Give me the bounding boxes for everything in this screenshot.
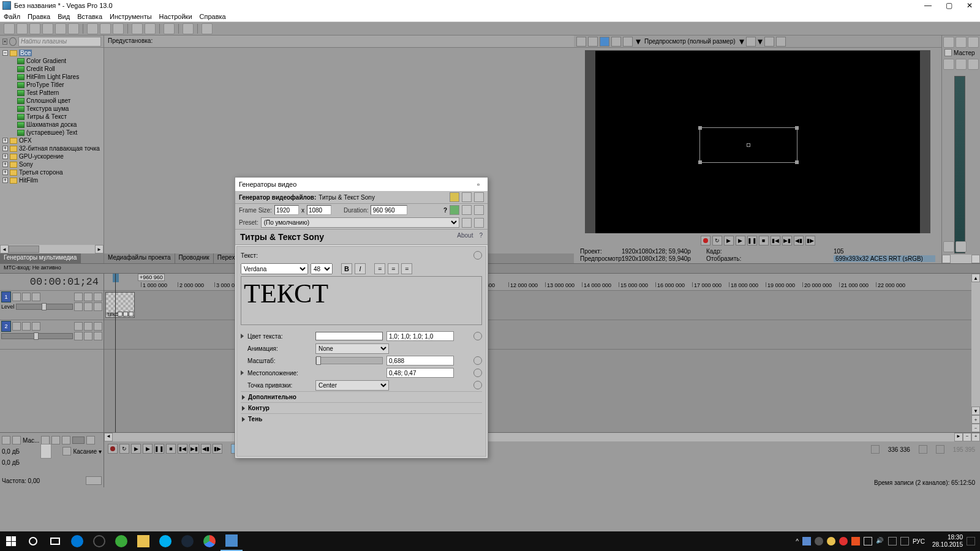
more-button[interactable] [94, 322, 102, 331]
collapse-icon[interactable]: − [2, 50, 8, 56]
render-button[interactable] [42, 23, 53, 34]
menu-view[interactable]: Вид [58, 13, 70, 20]
tree-folder[interactable]: Третья сторона [19, 169, 63, 176]
scale-slider[interactable] [315, 357, 383, 364]
utorrent-icon[interactable] [110, 531, 132, 551]
track-btn[interactable] [22, 322, 31, 331]
mixer-btn[interactable] [51, 436, 60, 444]
master-btn[interactable] [943, 241, 954, 252]
dialog-close-button[interactable]: ▫ [473, 179, 484, 190]
tab-generators[interactable]: Генераторы мультимедиа [0, 253, 81, 263]
master-btn[interactable] [968, 59, 979, 70]
expand-icon[interactable]: + [2, 154, 8, 159]
master-btn[interactable] [956, 59, 967, 70]
track-fx-button[interactable] [12, 322, 21, 331]
italic-button[interactable]: I [355, 263, 366, 274]
timecode[interactable]: 00:00:01;24 [30, 276, 99, 288]
tree-item[interactable]: Шахматная доска [26, 121, 77, 128]
animate-icon[interactable] [473, 251, 482, 260]
chain-icon[interactable] [450, 192, 459, 202]
expand-icon[interactable]: + [2, 178, 8, 183]
loop-button[interactable]: ↻ [712, 236, 722, 246]
animate-icon[interactable] [473, 332, 482, 340]
mute-button[interactable] [74, 293, 83, 301]
solo-button[interactable] [84, 293, 92, 301]
expand-icon[interactable]: + [2, 170, 8, 175]
mixer-btn[interactable] [41, 436, 50, 444]
position-value[interactable] [386, 368, 454, 378]
network-icon[interactable] [864, 537, 872, 545]
tray-icon[interactable] [839, 537, 848, 545]
play-from-start-button[interactable]: ▶ [736, 236, 745, 246]
tree-folder[interactable]: 32-битная плавающая точка [19, 145, 100, 152]
stop-button[interactable]: ■ [759, 236, 769, 246]
tree-item[interactable]: (устаревшее) Text [26, 129, 77, 136]
preview-button-3[interactable] [611, 37, 621, 47]
monitor-icon[interactable] [474, 205, 484, 215]
loop-button[interactable]: ↻ [119, 444, 129, 454]
mixer-slider[interactable] [72, 437, 85, 444]
preview-quality-dropdown[interactable]: Предпросмотр (полный размер) [644, 38, 736, 45]
expand-icon[interactable]: + [2, 146, 8, 151]
about-link[interactable]: About [457, 232, 473, 242]
play-all-button[interactable]: ▶ [143, 444, 153, 454]
open-button[interactable] [17, 23, 28, 34]
pause-button[interactable]: ❚❚ [747, 236, 757, 246]
paste-button[interactable] [113, 23, 124, 34]
mixer-btn[interactable] [86, 436, 95, 444]
text-input[interactable]: ТЕКСТ [241, 276, 482, 325]
save-icon[interactable] [462, 205, 472, 215]
tab-media[interactable]: Медиафайлы проекта [104, 253, 175, 263]
explorer-icon[interactable] [132, 531, 154, 551]
new-button[interactable] [4, 23, 15, 34]
layout-icon[interactable] [474, 192, 484, 202]
tool-button-6[interactable] [68, 23, 79, 34]
mute-button[interactable] [74, 322, 83, 331]
save-button[interactable] [29, 23, 40, 34]
snap-icon[interactable] [62, 447, 71, 455]
help-link[interactable]: ? [479, 232, 483, 242]
preview-button-6[interactable] [764, 37, 774, 47]
help-icon[interactable]: ? [443, 207, 447, 214]
solo-button[interactable] [84, 322, 92, 331]
tree-root[interactable]: Все [19, 50, 32, 56]
expand-icon[interactable] [241, 334, 244, 339]
duration-input[interactable] [371, 205, 407, 215]
track-btn[interactable] [74, 332, 83, 340]
level-slider[interactable] [16, 304, 73, 310]
track-btn[interactable] [22, 293, 31, 301]
tray-chevron-icon[interactable]: ^ [796, 538, 799, 545]
tray-icon[interactable] [851, 537, 860, 545]
cortana-icon[interactable] [88, 531, 110, 551]
track-btn[interactable] [84, 332, 92, 340]
tree-folder[interactable]: OFX [19, 137, 32, 144]
master-icon-2[interactable] [956, 37, 967, 48]
clip-gen-icon[interactable] [123, 312, 128, 317]
grid-icon[interactable] [462, 192, 472, 202]
track-fx-button[interactable] [12, 293, 21, 301]
language-indicator[interactable]: РУС [913, 538, 925, 545]
next-frame-button[interactable]: ▮▶ [213, 444, 222, 454]
volume-icon[interactable]: 🔊 [876, 537, 884, 545]
tray-icon[interactable] [900, 537, 909, 545]
track-btn[interactable] [32, 322, 40, 331]
taskbar-clock[interactable]: 18:3028.10.2015 [932, 534, 963, 549]
go-start-button[interactable]: ▮◀ [178, 444, 187, 454]
edge-icon[interactable] [66, 531, 88, 551]
preview-button-7[interactable] [776, 37, 786, 47]
prev-frame-button[interactable]: ◀▮ [201, 444, 211, 454]
align-center-button[interactable]: ≡ [388, 263, 399, 274]
mixer-btn[interactable] [62, 436, 70, 444]
font-select[interactable]: Verdana [241, 263, 308, 274]
pan-slider[interactable] [1, 333, 73, 339]
track-btn[interactable] [94, 332, 102, 340]
battery-icon[interactable] [888, 537, 897, 545]
tab-explorer[interactable]: Проводник [175, 253, 214, 263]
vegas-icon[interactable] [221, 531, 243, 551]
minimize-button[interactable]: — [918, 0, 938, 11]
track-btn[interactable] [94, 302, 102, 311]
maximize-button[interactable]: ▢ [938, 0, 959, 11]
anchor-select[interactable]: Center [315, 380, 389, 391]
close-icon[interactable] [576, 37, 586, 47]
tray-icon[interactable] [827, 537, 835, 545]
